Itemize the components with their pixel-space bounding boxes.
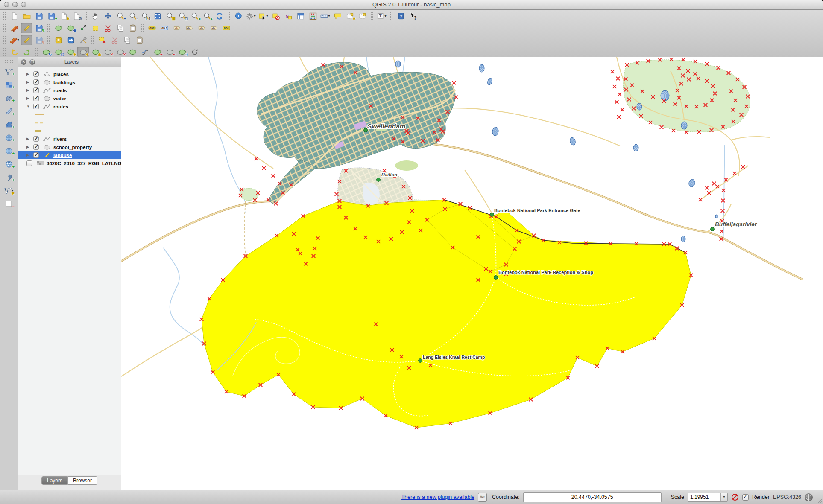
layer-expander-icon[interactable]: ▼: [26, 105, 33, 108]
zoom-next-button[interactable]: ▸: [201, 11, 213, 21]
delete-selected-button[interactable]: [90, 23, 101, 33]
layer-expander-icon[interactable]: ▶: [26, 88, 33, 92]
select-features-menu-arrow[interactable]: ▾: [266, 14, 269, 18]
paste-features-button[interactable]: [127, 23, 138, 33]
layer-expander-icon[interactable]: ▶: [26, 145, 33, 149]
label-unpin-button[interactable]: [183, 23, 195, 33]
coordinate-input[interactable]: [523, 492, 662, 502]
panel-float-icon[interactable]: ❐: [29, 59, 35, 65]
zoom-to-layer-button[interactable]: ◻: [176, 11, 188, 21]
open-project-button[interactable]: [21, 11, 32, 21]
label-show-hide-button[interactable]: [196, 23, 207, 33]
layer-visibility-checkbox[interactable]: [33, 79, 39, 85]
zoom-native-button[interactable]: 1:1: [139, 11, 151, 21]
render-checkbox[interactable]: [742, 494, 749, 501]
zoom-to-selection-button[interactable]: ▣: [164, 11, 176, 21]
label-properties-button[interactable]: [220, 23, 232, 33]
toolbar-drag-handle[interactable]: [3, 48, 6, 56]
add-wcs-layer-button[interactable]: +: [3, 146, 15, 156]
toolbar-drag-handle[interactable]: [91, 36, 94, 44]
label-move-button[interactable]: [208, 23, 220, 33]
scale-combo[interactable]: 1:19951 ▼: [688, 493, 728, 502]
stop-render-icon[interactable]: [731, 493, 739, 501]
move-shortcut-button[interactable]: [65, 35, 76, 45]
toolbar-drag-handle[interactable]: [227, 12, 231, 20]
zoom-full-button[interactable]: [152, 11, 163, 21]
toolbar-drag-handle[interactable]: [47, 36, 50, 44]
zoom-window-button[interactable]: [21, 2, 26, 7]
save-layer-edits-button[interactable]: ✎: [33, 23, 45, 33]
run-feature-action-menu-arrow[interactable]: ▾: [253, 14, 257, 18]
zoom-last-button[interactable]: ◂: [189, 11, 200, 21]
label-selected-button[interactable]: [158, 23, 170, 33]
measure-button[interactable]: ▾: [319, 11, 331, 21]
layer-item-places[interactable]: ▶places: [18, 70, 121, 78]
measure-menu-arrow[interactable]: ▾: [328, 14, 331, 18]
add-wms-layer-button[interactable]: +: [3, 132, 15, 143]
new-project-button[interactable]: [9, 11, 20, 21]
toggle-editing-all-button[interactable]: [21, 35, 32, 45]
layer-expander-icon[interactable]: ▶: [26, 72, 33, 76]
layer-item-roads[interactable]: ▶roads: [18, 86, 121, 94]
plugin-available-link[interactable]: There is a new plugin available: [401, 494, 474, 500]
pan-map-button[interactable]: [90, 11, 101, 21]
delete-ring-button[interactable]: ✕: [102, 47, 114, 57]
undo-button[interactable]: [9, 47, 20, 57]
zoom-in-button[interactable]: +: [114, 11, 126, 21]
layer-visibility-checkbox[interactable]: [33, 96, 39, 101]
tab-layers[interactable]: Layers: [41, 476, 68, 485]
labeling-button[interactable]: [146, 23, 158, 33]
layer-item-routes[interactable]: ▼routes: [18, 102, 121, 111]
add-raster-layer-button[interactable]: +: [3, 79, 15, 90]
copy-features-button[interactable]: [114, 23, 126, 33]
add-feature-button[interactable]: [53, 23, 64, 33]
layer-visibility-checkbox[interactable]: [33, 152, 39, 158]
save-project-as-button[interactable]: +: [46, 11, 57, 21]
add-postgis-layer-button[interactable]: +: [3, 93, 15, 103]
layer-item-landuse[interactable]: ▶landuse: [18, 151, 121, 159]
reshape-features-button[interactable]: [127, 47, 138, 57]
toolbar-drag-handle[interactable]: [35, 48, 38, 56]
toolbar-drag-handle[interactable]: [5, 60, 13, 63]
minimize-window-button[interactable]: [12, 2, 18, 7]
new-print-composer-button[interactable]: ✱: [58, 11, 70, 21]
layer-expander-icon[interactable]: ▶: [26, 137, 33, 141]
close-window-button[interactable]: [4, 2, 9, 7]
deselect-features-button[interactable]: [270, 11, 281, 21]
open-attribute-table-button[interactable]: [295, 11, 306, 21]
toggle-editing-button[interactable]: [21, 23, 32, 33]
options-tools-button[interactable]: [77, 35, 89, 45]
rotate-feature-button[interactable]: ↻: [40, 47, 52, 57]
layer-visibility-checkbox[interactable]: [33, 136, 39, 142]
toolbar-drag-handle[interactable]: [3, 36, 6, 44]
map-tips-button[interactable]: [332, 11, 343, 21]
label-pin-button[interactable]: [171, 23, 182, 33]
layer-item-buildings[interactable]: ▶buildings: [18, 78, 121, 86]
crs-globe-icon[interactable]: [805, 493, 813, 501]
tab-browser[interactable]: Browser: [68, 476, 97, 485]
toolbar-drag-handle[interactable]: [47, 24, 50, 32]
add-part-button[interactable]: ✱: [77, 47, 89, 57]
save-edits-button[interactable]: ✎: [33, 35, 45, 45]
layer-visibility-checkbox[interactable]: [33, 104, 39, 109]
toolbar-drag-handle[interactable]: [141, 24, 144, 32]
simplify-feature-button[interactable]: ⬡: [53, 47, 64, 57]
show-bookmarks-button[interactable]: [357, 11, 368, 21]
text-annotation-menu-arrow[interactable]: ▾: [384, 14, 387, 18]
current-edits-menu-menu-arrow[interactable]: ▾: [17, 38, 20, 42]
composer-manager-button[interactable]: ⚙: [70, 11, 82, 21]
refresh-map-button[interactable]: [214, 11, 225, 21]
redo-button[interactable]: [21, 47, 32, 57]
current-edits-button[interactable]: [9, 23, 20, 33]
delete-part-button[interactable]: ✕: [114, 47, 126, 57]
layer-item-water[interactable]: ▶water: [18, 94, 121, 102]
add-mssql-layer-button[interactable]: +: [3, 119, 15, 130]
toolbar-drag-handle[interactable]: [84, 12, 88, 20]
layer-item-3420C_2010_327_RGB_LATLNG[interactable]: 3420C_2010_327_RGB_LATLNG: [18, 159, 121, 167]
layer-visibility-checkbox[interactable]: [33, 71, 39, 77]
resize-grip[interactable]: [816, 497, 822, 503]
layer-visibility-checkbox[interactable]: [33, 87, 39, 93]
whats-this-button[interactable]: [407, 11, 419, 21]
help-contents-button[interactable]: [395, 11, 407, 21]
layer-item-school_property[interactable]: ▶school_property: [18, 143, 121, 151]
